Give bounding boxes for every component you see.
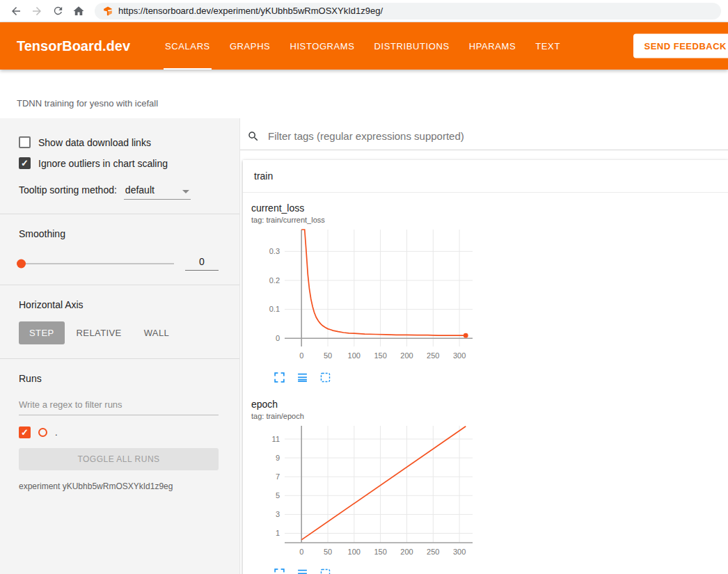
brand-logo: TensorBoard.dev: [17, 38, 130, 54]
svg-text:0: 0: [299, 351, 303, 360]
content: Show data download links Ignore outliers…: [0, 118, 728, 574]
fit-domain-icon[interactable]: [319, 568, 331, 574]
svg-text:200: 200: [400, 548, 413, 556]
ignore-outliers-label: Ignore outliers in chart scaling: [38, 158, 168, 169]
section-title[interactable]: train: [243, 160, 728, 193]
chart-tag: tag: train/current_loss: [251, 216, 488, 224]
svg-text:300: 300: [453, 351, 466, 360]
chart-toolbar: [274, 372, 488, 383]
slider-thumb[interactable]: [17, 259, 26, 268]
svg-text:50: 50: [324, 351, 332, 360]
divider: [0, 285, 239, 285]
charts-grid: current_losstag: train/current_loss00.10…: [243, 193, 728, 574]
chart-current_loss: current_losstag: train/current_loss00.10…: [246, 193, 488, 385]
svg-text:0: 0: [276, 334, 280, 342]
svg-text:150: 150: [374, 351, 386, 360]
tab-distributions[interactable]: DISTRIBUTIONS: [365, 22, 459, 70]
chevron-down-icon: [182, 190, 189, 193]
url-text: https://tensorboard.dev/experiment/yKUbh…: [118, 6, 383, 16]
browser-chrome: https://tensorboard.dev/experiment/yKUbh…: [0, 0, 728, 22]
svg-text:100: 100: [348, 351, 361, 360]
expand-chart-icon[interactable]: [274, 568, 285, 574]
tab-histograms[interactable]: HISTOGRAMS: [280, 22, 364, 70]
app-header: TensorBoard.dev SCALARS GRAPHS HISTOGRAM…: [0, 22, 728, 70]
svg-text:11: 11: [272, 435, 280, 443]
smoothing-slider[interactable]: [19, 263, 174, 264]
smoothing-label: Smoothing: [19, 228, 219, 239]
refresh-icon[interactable]: [49, 2, 67, 20]
settings-sidebar: Show data download links Ignore outliers…: [0, 118, 240, 574]
tooltip-sorting-value: default: [125, 184, 155, 196]
log-scale-icon[interactable]: [296, 568, 308, 574]
axis-relative-button[interactable]: RELATIVE: [66, 321, 132, 344]
chart-title: current_loss: [251, 202, 488, 214]
tooltip-sorting-select[interactable]: default: [124, 183, 191, 200]
chart-plot[interactable]: 00.10.20.3050100150200250300: [251, 225, 488, 370]
runs-label: Runs: [19, 373, 219, 384]
svg-text:0.1: 0.1: [269, 305, 280, 313]
show-download-links-label: Show data download links: [38, 137, 151, 148]
svg-text:0: 0: [299, 548, 303, 556]
run-row[interactable]: .: [19, 426, 219, 438]
svg-text:5: 5: [276, 491, 280, 500]
search-icon: [247, 130, 260, 143]
tab-hparams[interactable]: HPARAMS: [459, 22, 526, 70]
svg-text:50: 50: [324, 548, 332, 556]
svg-text:300: 300: [453, 548, 466, 556]
chart-title: epoch: [251, 399, 488, 410]
tag-filter-input[interactable]: [267, 129, 728, 143]
svg-text:250: 250: [427, 548, 439, 556]
nav-tabs: SCALARS GRAPHS HISTOGRAMS DISTRIBUTIONS …: [155, 22, 570, 70]
svg-text:250: 250: [427, 351, 439, 360]
svg-text:0.3: 0.3: [269, 247, 280, 255]
chart-toolbar: [274, 568, 488, 574]
experiment-caption: experiment yKUbhb5wRmOSXYkId1z9eg: [19, 481, 219, 491]
tab-scalars[interactable]: SCALARS: [155, 22, 220, 70]
svg-text:1: 1: [276, 529, 280, 537]
svg-text:150: 150: [374, 548, 386, 556]
run-color-swatch-icon: [38, 428, 47, 437]
divider: [0, 214, 239, 214]
runs-filter-input[interactable]: [19, 397, 219, 415]
smoothing-value[interactable]: 0: [185, 256, 219, 271]
forward-icon[interactable]: [28, 2, 46, 20]
chart-tag: tag: train/epoch: [251, 412, 488, 420]
experiment-description-bar: TDNN training for yesno with icefall: [0, 70, 728, 118]
tooltip-sorting-label: Tooltip sorting method:: [19, 184, 117, 196]
experiment-description: TDNN training for yesno with icefall: [17, 98, 158, 109]
svg-text:0.2: 0.2: [269, 276, 280, 285]
tooltip-sorting-row: Tooltip sorting method: default: [19, 183, 219, 200]
chart-plot[interactable]: 1357911050100150200250300: [251, 422, 488, 566]
tab-text[interactable]: TEXT: [525, 22, 570, 70]
svg-text:3: 3: [276, 510, 280, 518]
ignore-outliers-row[interactable]: Ignore outliers in chart scaling: [19, 157, 219, 169]
run-name: .: [55, 427, 58, 438]
tag-filter-row: [240, 118, 728, 150]
train-section-card: train current_losstag: train/current_los…: [243, 160, 728, 574]
svg-text:9: 9: [276, 454, 280, 462]
svg-text:7: 7: [276, 472, 280, 481]
axis-step-button[interactable]: STEP: [19, 321, 65, 344]
home-icon[interactable]: [70, 2, 88, 20]
tensorboard-favicon: [103, 6, 113, 16]
divider: [0, 358, 239, 359]
toggle-all-runs-button[interactable]: TOGGLE ALL RUNS: [19, 448, 219, 470]
expand-chart-icon[interactable]: [274, 372, 285, 383]
run-checkbox-icon[interactable]: [19, 426, 31, 438]
log-scale-icon[interactable]: [296, 372, 308, 383]
svg-text:200: 200: [400, 351, 413, 360]
axis-wall-button[interactable]: WALL: [134, 321, 180, 344]
checkbox-unchecked-icon[interactable]: [19, 136, 31, 148]
checkbox-checked-icon[interactable]: [19, 157, 31, 169]
tab-graphs[interactable]: GRAPHS: [220, 22, 280, 70]
main-panel: train current_losstag: train/current_los…: [240, 118, 728, 574]
back-icon[interactable]: [7, 2, 25, 20]
send-feedback-button[interactable]: SEND FEEDBACK: [633, 34, 728, 58]
smoothing-slider-row: 0: [19, 256, 219, 271]
fit-domain-icon[interactable]: [319, 372, 331, 383]
svg-text:100: 100: [348, 548, 361, 556]
address-bar[interactable]: https://tensorboard.dev/experiment/yKUbh…: [95, 3, 721, 19]
horizontal-axis-buttons: STEP RELATIVE WALL: [19, 321, 219, 344]
chart-epoch: epochtag: train/epoch1357911050100150200…: [246, 389, 488, 574]
show-download-links-row[interactable]: Show data download links: [19, 136, 219, 148]
